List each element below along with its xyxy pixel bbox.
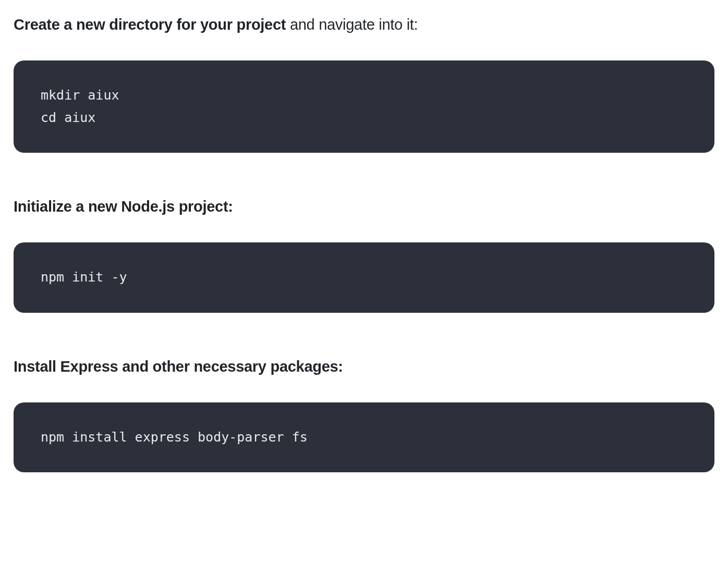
step-heading-bold: Create a new directory for your project [14,16,286,33]
step-heading: Initialize a new Node.js project: [14,195,714,217]
step-1: Create a new directory for your project … [14,14,714,153]
step-heading-rest: and navigate into it: [286,16,418,33]
code-block[interactable]: npm init -y [14,242,714,313]
step-heading: Install Express and other necessary pack… [14,356,714,377]
step-heading: Create a new directory for your project … [14,14,714,35]
step-heading-bold: Install Express and other necessary pack… [14,358,343,375]
code-block[interactable]: mkdir aiux cd aiux [14,60,714,153]
step-heading-bold: Initialize a new Node.js project: [14,198,233,215]
step-3: Install Express and other necessary pack… [14,356,714,473]
code-block[interactable]: npm install express body-parser fs [14,402,714,473]
step-2: Initialize a new Node.js project: npm in… [14,195,714,313]
